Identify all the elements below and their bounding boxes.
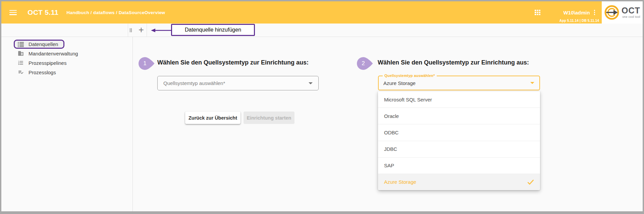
main-content: 1 Wählen Sie den Quellsystemtyp zur Einr…: [133, 37, 643, 211]
building-icon: [18, 50, 24, 56]
screenshot-frame: OCT 5.11 Handbuch / dataflows / DataSour…: [0, 0, 644, 214]
source-type-select[interactable]: Quellsystemtyp auswählen*: [157, 76, 319, 90]
step-number: 2: [357, 57, 370, 70]
sidebar-item-prozesslogs[interactable]: Prozesslogs: [1, 68, 132, 77]
step-2-title: Wählen Sie den Quellsystemtyp zur Einric…: [378, 59, 529, 66]
step-number: 1: [139, 57, 151, 70]
check-icon: [527, 179, 534, 185]
chevron-down-icon: [309, 82, 313, 84]
breadcrumb[interactable]: Handbuch / dataflows / DataSourceOvervie…: [66, 10, 165, 15]
menu-item-azure-storage[interactable]: Azure Storage: [378, 174, 540, 190]
panel-splitter-handle[interactable]: [130, 28, 132, 32]
sidebar-item-datenquellen[interactable]: Datenquellen: [14, 40, 64, 49]
user-menu-kebab-icon[interactable]: [593, 9, 596, 15]
menu-item-microsoft-sql-server[interactable]: Microsoft SQL Server: [378, 91, 540, 108]
sidebar-item-label: Prozesspipelines: [29, 60, 66, 66]
sidebar-item-label: Mandantenverwaltung: [29, 51, 78, 56]
toolbar: + Datenquelle hinzufügen: [1, 24, 643, 37]
source-type-select-open[interactable]: Quellsystemtyp auswählen* Azure Storage: [378, 76, 540, 90]
step-1-title: Wählen Sie den Quellsystemtyp zur Einric…: [157, 59, 309, 66]
sidebar-item-prozesspipelines[interactable]: Prozesspipelines: [1, 58, 132, 68]
numbered-list-icon: [18, 60, 24, 66]
select-placeholder: Quellsystemtyp auswählen*: [163, 80, 225, 86]
toolbar-divider: [147, 24, 147, 37]
list-icon: [18, 42, 24, 47]
menu-item-jdbc[interactable]: JDBC: [378, 141, 540, 158]
menu-item-oracle[interactable]: Oracle: [378, 108, 540, 124]
source-type-dropdown-menu: Microsoft SQL Server Oracle ODBC JDBC SA…: [378, 91, 540, 190]
sidebar-item-label: Datenquellen: [29, 41, 58, 47]
app-title: OCT 5.11: [28, 8, 58, 16]
toolbar-divider: [128, 24, 128, 37]
app-header: OCT 5.11 Handbuch / dataflows / DataSour…: [1, 1, 643, 24]
back-to-overview-button[interactable]: Zurück zur Übersicht: [185, 112, 240, 124]
version-info: App 5.11.14 | DB 5.11.14: [559, 19, 599, 23]
oct-logo: OCT one cool tool: [602, 1, 643, 24]
select-value: Azure Storage: [383, 80, 416, 86]
logo-text: OCT: [622, 6, 640, 15]
sidebar-item-mandantenverwaltung[interactable]: Mandantenverwaltung: [1, 49, 132, 58]
oct-logo-icon: [604, 5, 620, 20]
select-floating-label: Quellsystemtyp auswählen*: [383, 74, 437, 78]
sidebar-nav: Datenquellen Mandantenverwaltung Prozess…: [1, 37, 133, 211]
logo-tagline: one cool tool: [622, 15, 640, 18]
user-name[interactable]: W10\admin: [563, 10, 590, 15]
sidebar-item-label: Prozesslogs: [29, 70, 56, 75]
menu-item-sap[interactable]: SAP: [378, 158, 540, 174]
menu-item-label: Azure Storage: [384, 179, 416, 185]
menu-item-odbc[interactable]: ODBC: [378, 124, 540, 141]
hamburger-menu-icon[interactable]: [9, 10, 17, 15]
chevron-down-icon: [530, 82, 534, 84]
step-1-badge: 1: [139, 57, 155, 70]
apps-grid-icon[interactable]: [535, 10, 540, 15]
annotation-callout: Datenquelle hinzufügen: [171, 24, 255, 36]
checklist-icon: [18, 69, 24, 75]
step-2-badge: 2: [357, 57, 373, 70]
add-datasource-button[interactable]: +: [136, 24, 147, 37]
start-setup-button: Einrichtung starten: [244, 112, 294, 124]
app-window: OCT 5.11 Handbuch / dataflows / DataSour…: [1, 1, 643, 211]
annotation-arrow-icon: [151, 28, 171, 33]
